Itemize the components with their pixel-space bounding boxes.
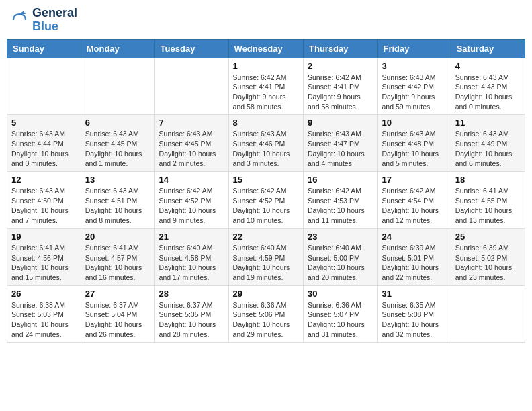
info-line: Sunrise: 6:41 AM xyxy=(455,187,509,195)
info-line: Sunset: 5:01 PM xyxy=(382,254,434,262)
calendar-week-5: 26Sunrise: 6:38 AMSunset: 5:03 PMDayligh… xyxy=(7,285,525,342)
calendar-cell: 22Sunrise: 6:40 AMSunset: 4:59 PMDayligh… xyxy=(228,228,303,285)
info-line: and 4 minutes. xyxy=(308,159,354,167)
day-info: Sunrise: 6:42 AMSunset: 4:53 PMDaylight:… xyxy=(308,186,373,226)
info-line: and 8 minutes. xyxy=(85,216,132,224)
info-line: and 23 minutes. xyxy=(455,273,506,281)
calendar-cell: 27Sunrise: 6:37 AMSunset: 5:04 PMDayligh… xyxy=(81,285,154,342)
calendar-cell: 19Sunrise: 6:41 AMSunset: 4:56 PMDayligh… xyxy=(7,228,81,285)
calendar-cell: 24Sunrise: 6:39 AMSunset: 5:01 PMDayligh… xyxy=(378,228,451,285)
info-line: Daylight: 10 hours xyxy=(455,263,513,271)
calendar-week-4: 19Sunrise: 6:41 AMSunset: 4:56 PMDayligh… xyxy=(7,228,525,285)
info-line: Sunrise: 6:39 AM xyxy=(455,244,509,252)
day-number: 15 xyxy=(233,175,299,185)
info-line: Sunrise: 6:39 AM xyxy=(382,244,435,252)
day-info: Sunrise: 6:43 AMSunset: 4:51 PMDaylight:… xyxy=(85,186,150,226)
info-line: and 9 minutes. xyxy=(159,216,206,224)
info-line: Sunset: 4:58 PM xyxy=(159,254,212,262)
info-line: Sunrise: 6:42 AM xyxy=(308,73,361,81)
day-info: Sunrise: 6:43 AMSunset: 4:50 PMDaylight:… xyxy=(11,186,77,226)
info-line: and 1 minute. xyxy=(85,159,128,167)
day-number: 20 xyxy=(85,232,150,242)
weekday-header-wednesday: Wednesday xyxy=(228,39,303,58)
day-info: Sunrise: 6:42 AMSunset: 4:52 PMDaylight:… xyxy=(233,186,299,226)
info-line: Daylight: 10 hours xyxy=(233,263,290,271)
info-line: Daylight: 10 hours xyxy=(159,150,216,158)
info-line: Sunrise: 6:42 AM xyxy=(233,187,287,195)
calendar-cell: 29Sunrise: 6:36 AMSunset: 5:06 PMDayligh… xyxy=(228,285,303,342)
day-info: Sunrise: 6:43 AMSunset: 4:46 PMDaylight:… xyxy=(233,129,299,169)
info-line: Sunset: 5:07 PM xyxy=(308,310,360,318)
info-line: Daylight: 10 hours xyxy=(382,206,439,214)
info-line: Daylight: 10 hours xyxy=(11,150,69,158)
info-line: Sunrise: 6:43 AM xyxy=(308,130,361,138)
info-line: and 0 minutes. xyxy=(455,103,502,111)
calendar-cell xyxy=(7,58,81,115)
info-line: and 17 minutes. xyxy=(159,273,210,281)
calendar-week-1: 1Sunrise: 6:42 AMSunset: 4:41 PMDaylight… xyxy=(7,58,525,115)
logo-icon xyxy=(9,10,30,30)
day-number: 9 xyxy=(308,118,373,128)
day-info: Sunrise: 6:43 AMSunset: 4:42 PMDaylight:… xyxy=(382,73,446,112)
calendar-cell: 6Sunrise: 6:43 AMSunset: 4:45 PMDaylight… xyxy=(81,115,154,172)
calendar-header: SundayMondayTuesdayWednesdayThursdayFrid… xyxy=(7,39,525,58)
info-line: Sunrise: 6:42 AM xyxy=(308,187,361,195)
day-number: 2 xyxy=(308,61,373,71)
day-number: 10 xyxy=(382,118,446,128)
calendar-cell xyxy=(154,58,228,115)
info-line: and 58 minutes. xyxy=(308,103,358,111)
info-line: Sunset: 4:48 PM xyxy=(382,140,434,148)
calendar-cell: 17Sunrise: 6:42 AMSunset: 4:54 PMDayligh… xyxy=(378,172,451,229)
day-number: 17 xyxy=(382,175,446,185)
info-line: Sunset: 5:08 PM xyxy=(382,310,434,318)
info-line: Sunset: 5:02 PM xyxy=(455,254,508,262)
info-line: Daylight: 10 hours xyxy=(455,206,513,214)
info-line: Sunrise: 6:36 AM xyxy=(308,301,361,309)
day-info: Sunrise: 6:43 AMSunset: 4:47 PMDaylight:… xyxy=(308,129,373,169)
info-line: and 2 minutes. xyxy=(159,159,206,167)
weekday-header-saturday: Saturday xyxy=(451,39,525,58)
info-line: Sunset: 4:45 PM xyxy=(159,140,212,148)
day-info: Sunrise: 6:37 AMSunset: 5:05 PMDaylight:… xyxy=(159,300,224,340)
info-line: and 31 minutes. xyxy=(308,330,358,338)
info-line: Daylight: 10 hours xyxy=(85,206,142,214)
info-line: Daylight: 10 hours xyxy=(382,150,439,158)
info-line: Daylight: 10 hours xyxy=(308,206,365,214)
info-line: Sunrise: 6:36 AM xyxy=(233,301,287,309)
calendar-cell: 4Sunrise: 6:43 AMSunset: 4:43 PMDaylight… xyxy=(451,58,525,115)
calendar: SundayMondayTuesdayWednesdayThursdayFrid… xyxy=(7,39,525,343)
info-line: Sunrise: 6:43 AM xyxy=(11,187,65,195)
info-line: Daylight: 9 hours xyxy=(382,93,435,101)
day-info: Sunrise: 6:36 AMSunset: 5:06 PMDaylight:… xyxy=(233,300,299,340)
info-line: Sunrise: 6:38 AM xyxy=(11,301,65,309)
calendar-cell: 12Sunrise: 6:43 AMSunset: 4:50 PMDayligh… xyxy=(7,172,81,229)
info-line: and 19 minutes. xyxy=(233,273,283,281)
day-info: Sunrise: 6:40 AMSunset: 5:00 PMDaylight:… xyxy=(308,243,373,283)
info-line: Sunrise: 6:41 AM xyxy=(85,244,139,252)
info-line: Sunrise: 6:37 AM xyxy=(85,301,139,309)
weekday-header-thursday: Thursday xyxy=(304,39,378,58)
calendar-cell: 2Sunrise: 6:42 AMSunset: 4:41 PMDaylight… xyxy=(304,58,378,115)
calendar-week-3: 12Sunrise: 6:43 AMSunset: 4:50 PMDayligh… xyxy=(7,172,525,229)
calendar-cell: 16Sunrise: 6:42 AMSunset: 4:53 PMDayligh… xyxy=(304,172,378,229)
info-line: and 24 minutes. xyxy=(11,330,62,338)
calendar-cell: 26Sunrise: 6:38 AMSunset: 5:03 PMDayligh… xyxy=(7,285,81,342)
info-line: Daylight: 10 hours xyxy=(233,206,290,214)
day-number: 16 xyxy=(308,175,373,185)
calendar-cell: 11Sunrise: 6:43 AMSunset: 4:49 PMDayligh… xyxy=(451,115,525,172)
day-number: 19 xyxy=(11,232,77,242)
info-line: Sunrise: 6:41 AM xyxy=(11,244,65,252)
info-line: Daylight: 10 hours xyxy=(308,263,365,271)
info-line: and 6 minutes. xyxy=(455,159,502,167)
calendar-cell: 21Sunrise: 6:40 AMSunset: 4:58 PMDayligh… xyxy=(154,228,228,285)
day-info: Sunrise: 6:42 AMSunset: 4:41 PMDaylight:… xyxy=(233,73,299,112)
info-line: Sunset: 4:51 PM xyxy=(85,197,138,205)
info-line: Daylight: 10 hours xyxy=(85,150,142,158)
day-info: Sunrise: 6:40 AMSunset: 4:59 PMDaylight:… xyxy=(233,243,299,283)
calendar-cell: 3Sunrise: 6:43 AMSunset: 4:42 PMDaylight… xyxy=(378,58,451,115)
info-line: Daylight: 10 hours xyxy=(11,206,69,214)
info-line: Daylight: 10 hours xyxy=(308,320,365,328)
info-line: and 16 minutes. xyxy=(85,273,136,281)
weekday-header-monday: Monday xyxy=(81,39,154,58)
day-number: 4 xyxy=(455,61,521,71)
